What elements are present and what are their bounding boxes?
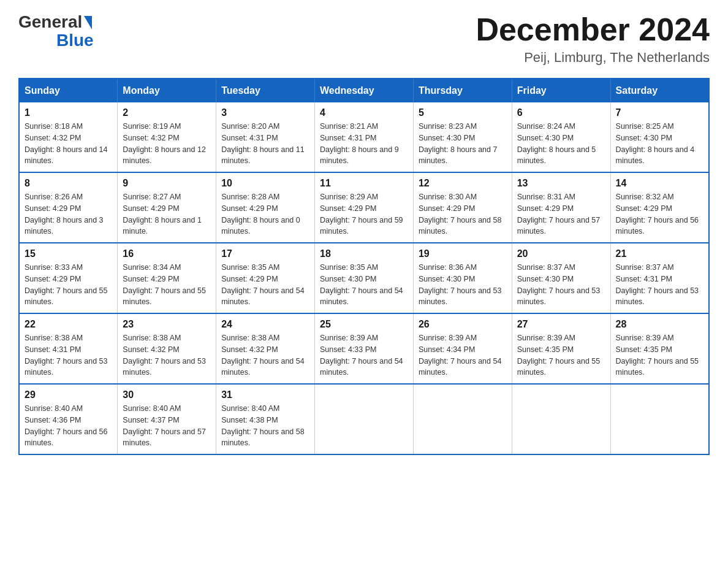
- day-number: 14: [616, 178, 703, 189]
- col-thursday: Thursday: [413, 79, 512, 102]
- day-info: Sunrise: 8:39 AMSunset: 4:33 PMDaylight:…: [320, 334, 403, 377]
- day-info: Sunrise: 8:34 AMSunset: 4:29 PMDaylight:…: [123, 263, 206, 306]
- calendar-cell: 21 Sunrise: 8:37 AMSunset: 4:31 PMDaylig…: [610, 243, 709, 313]
- day-number: 6: [517, 107, 605, 118]
- day-number: 2: [123, 107, 211, 118]
- calendar-cell: 8 Sunrise: 8:26 AMSunset: 4:29 PMDayligh…: [19, 172, 118, 243]
- day-number: 27: [517, 319, 605, 330]
- month-title: December 2024: [476, 12, 710, 47]
- calendar-cell: 20 Sunrise: 8:37 AMSunset: 4:30 PMDaylig…: [512, 243, 610, 313]
- location-subtitle: Peij, Limburg, The Netherlands: [476, 50, 710, 66]
- day-info: Sunrise: 8:30 AMSunset: 4:29 PMDaylight:…: [419, 193, 502, 236]
- day-info: Sunrise: 8:39 AMSunset: 4:34 PMDaylight:…: [419, 334, 502, 377]
- day-info: Sunrise: 8:33 AMSunset: 4:29 PMDaylight:…: [25, 263, 108, 306]
- day-number: 20: [517, 248, 605, 259]
- day-number: 15: [25, 248, 112, 259]
- col-wednesday: Wednesday: [315, 79, 414, 102]
- calendar-cell: 10 Sunrise: 8:28 AMSunset: 4:29 PMDaylig…: [216, 172, 315, 243]
- col-monday: Monday: [118, 79, 216, 102]
- day-info: Sunrise: 8:32 AMSunset: 4:29 PMDaylight:…: [616, 193, 699, 236]
- calendar-cell: 18 Sunrise: 8:35 AMSunset: 4:30 PMDaylig…: [315, 243, 414, 313]
- day-info: Sunrise: 8:36 AMSunset: 4:30 PMDaylight:…: [419, 263, 502, 306]
- calendar-cell: 3 Sunrise: 8:20 AMSunset: 4:31 PMDayligh…: [216, 102, 315, 172]
- calendar-cell: 31 Sunrise: 8:40 AMSunset: 4:38 PMDaylig…: [216, 384, 315, 454]
- day-number: 11: [320, 178, 408, 189]
- day-info: Sunrise: 8:40 AMSunset: 4:38 PMDaylight:…: [221, 404, 305, 447]
- calendar-week-4: 22 Sunrise: 8:38 AMSunset: 4:31 PMDaylig…: [19, 313, 709, 384]
- day-info: Sunrise: 8:37 AMSunset: 4:31 PMDaylight:…: [616, 263, 699, 306]
- day-info: Sunrise: 8:31 AMSunset: 4:29 PMDaylight:…: [517, 193, 601, 236]
- day-info: Sunrise: 8:25 AMSunset: 4:30 PMDaylight:…: [616, 122, 695, 165]
- day-info: Sunrise: 8:38 AMSunset: 4:32 PMDaylight:…: [221, 334, 305, 377]
- col-sunday: Sunday: [19, 79, 118, 102]
- calendar-cell: [512, 384, 610, 454]
- day-info: Sunrise: 8:19 AMSunset: 4:32 PMDaylight:…: [123, 122, 206, 165]
- day-info: Sunrise: 8:21 AMSunset: 4:31 PMDaylight:…: [320, 122, 399, 165]
- day-info: Sunrise: 8:40 AMSunset: 4:37 PMDaylight:…: [123, 404, 206, 447]
- calendar-cell: 23 Sunrise: 8:38 AMSunset: 4:32 PMDaylig…: [118, 313, 216, 384]
- day-info: Sunrise: 8:27 AMSunset: 4:29 PMDaylight:…: [123, 193, 202, 236]
- day-info: Sunrise: 8:38 AMSunset: 4:32 PMDaylight:…: [123, 334, 206, 377]
- calendar-cell: 15 Sunrise: 8:33 AMSunset: 4:29 PMDaylig…: [19, 243, 118, 313]
- calendar-week-3: 15 Sunrise: 8:33 AMSunset: 4:29 PMDaylig…: [19, 243, 709, 313]
- calendar-cell: 19 Sunrise: 8:36 AMSunset: 4:30 PMDaylig…: [413, 243, 512, 313]
- day-number: 1: [25, 107, 112, 118]
- calendar-cell: 26 Sunrise: 8:39 AMSunset: 4:34 PMDaylig…: [413, 313, 512, 384]
- day-number: 19: [419, 248, 507, 259]
- calendar-cell: 28 Sunrise: 8:39 AMSunset: 4:35 PMDaylig…: [610, 313, 709, 384]
- day-info: Sunrise: 8:29 AMSunset: 4:29 PMDaylight:…: [320, 193, 403, 236]
- day-number: 23: [123, 319, 211, 330]
- day-number: 7: [616, 107, 703, 118]
- calendar-cell: 2 Sunrise: 8:19 AMSunset: 4:32 PMDayligh…: [118, 102, 216, 172]
- logo-triangle-icon: [84, 16, 92, 29]
- col-tuesday: Tuesday: [216, 79, 315, 102]
- day-number: 31: [221, 389, 309, 400]
- calendar-week-2: 8 Sunrise: 8:26 AMSunset: 4:29 PMDayligh…: [19, 172, 709, 243]
- day-number: 26: [419, 319, 507, 330]
- day-number: 8: [25, 178, 112, 189]
- day-info: Sunrise: 8:40 AMSunset: 4:36 PMDaylight:…: [25, 404, 108, 447]
- day-number: 13: [517, 178, 605, 189]
- day-number: 12: [419, 178, 507, 189]
- day-info: Sunrise: 8:28 AMSunset: 4:29 PMDaylight:…: [221, 193, 300, 236]
- calendar-cell: 7 Sunrise: 8:25 AMSunset: 4:30 PMDayligh…: [610, 102, 709, 172]
- day-number: 5: [419, 107, 507, 118]
- day-info: Sunrise: 8:39 AMSunset: 4:35 PMDaylight:…: [517, 334, 601, 377]
- day-info: Sunrise: 8:35 AMSunset: 4:30 PMDaylight:…: [320, 263, 403, 306]
- calendar-cell: [610, 384, 709, 454]
- day-number: 4: [320, 107, 408, 118]
- calendar-cell: 30 Sunrise: 8:40 AMSunset: 4:37 PMDaylig…: [118, 384, 216, 454]
- logo-blue-text: Blue: [56, 31, 94, 50]
- calendar-cell: 5 Sunrise: 8:23 AMSunset: 4:30 PMDayligh…: [413, 102, 512, 172]
- day-info: Sunrise: 8:26 AMSunset: 4:29 PMDaylight:…: [25, 193, 104, 236]
- calendar-cell: 27 Sunrise: 8:39 AMSunset: 4:35 PMDaylig…: [512, 313, 610, 384]
- calendar-week-5: 29 Sunrise: 8:40 AMSunset: 4:36 PMDaylig…: [19, 384, 709, 454]
- calendar-cell: 9 Sunrise: 8:27 AMSunset: 4:29 PMDayligh…: [118, 172, 216, 243]
- day-info: Sunrise: 8:38 AMSunset: 4:31 PMDaylight:…: [25, 334, 108, 377]
- day-number: 3: [221, 107, 309, 118]
- calendar-header-row: Sunday Monday Tuesday Wednesday Thursday…: [19, 79, 709, 102]
- day-number: 30: [123, 389, 211, 400]
- calendar-cell: 29 Sunrise: 8:40 AMSunset: 4:36 PMDaylig…: [19, 384, 118, 454]
- calendar-cell: 4 Sunrise: 8:21 AMSunset: 4:31 PMDayligh…: [315, 102, 414, 172]
- calendar-cell: 1 Sunrise: 8:18 AMSunset: 4:32 PMDayligh…: [19, 102, 118, 172]
- day-info: Sunrise: 8:23 AMSunset: 4:30 PMDaylight:…: [419, 122, 498, 165]
- page-header: General Blue December 2024 Peij, Limburg…: [18, 12, 710, 66]
- day-number: 10: [221, 178, 309, 189]
- logo-general-text: General: [18, 12, 82, 32]
- day-number: 9: [123, 178, 211, 189]
- logo: General Blue: [18, 12, 94, 50]
- calendar-cell: 11 Sunrise: 8:29 AMSunset: 4:29 PMDaylig…: [315, 172, 414, 243]
- day-info: Sunrise: 8:39 AMSunset: 4:35 PMDaylight:…: [616, 334, 699, 377]
- calendar-cell: 6 Sunrise: 8:24 AMSunset: 4:30 PMDayligh…: [512, 102, 610, 172]
- title-section: December 2024 Peij, Limburg, The Netherl…: [476, 12, 710, 66]
- calendar-week-1: 1 Sunrise: 8:18 AMSunset: 4:32 PMDayligh…: [19, 102, 709, 172]
- col-friday: Friday: [512, 79, 610, 102]
- day-info: Sunrise: 8:35 AMSunset: 4:29 PMDaylight:…: [221, 263, 305, 306]
- calendar-cell: [315, 384, 414, 454]
- day-number: 29: [25, 389, 112, 400]
- day-number: 18: [320, 248, 408, 259]
- calendar-cell: [413, 384, 512, 454]
- day-number: 16: [123, 248, 211, 259]
- day-info: Sunrise: 8:24 AMSunset: 4:30 PMDaylight:…: [517, 122, 596, 165]
